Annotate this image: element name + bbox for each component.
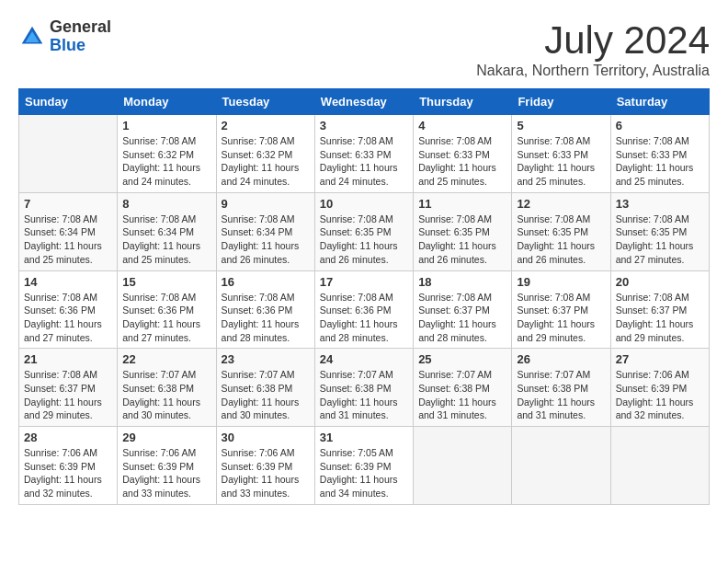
calendar-cell: 20Sunrise: 7:08 AM Sunset: 6:37 PM Dayli… xyxy=(610,270,709,349)
day-number: 29 xyxy=(122,431,210,444)
calendar-cell: 18Sunrise: 7:08 AM Sunset: 6:37 PM Dayli… xyxy=(414,270,512,349)
day-number: 31 xyxy=(320,431,408,444)
day-info: Sunrise: 7:08 AM Sunset: 6:35 PM Dayligh… xyxy=(616,213,704,267)
calendar: SundayMondayTuesdayWednesdayThursdayFrid… xyxy=(18,88,710,505)
calendar-cell: 12Sunrise: 7:08 AM Sunset: 6:35 PM Dayli… xyxy=(512,192,610,270)
day-info: Sunrise: 7:08 AM Sunset: 6:37 PM Dayligh… xyxy=(616,291,704,345)
calendar-cell: 5Sunrise: 7:08 AM Sunset: 6:33 PM Daylig… xyxy=(512,115,610,193)
calendar-cell: 24Sunrise: 7:07 AM Sunset: 6:38 PM Dayli… xyxy=(314,349,413,427)
day-info: Sunrise: 7:08 AM Sunset: 6:32 PM Dayligh… xyxy=(122,134,210,189)
calendar-body: 1Sunrise: 7:08 AM Sunset: 6:32 PM Daylig… xyxy=(19,115,710,505)
day-number: 7 xyxy=(24,197,112,211)
day-number: 26 xyxy=(517,352,605,366)
day-number: 16 xyxy=(222,275,310,289)
week-row-5: 28Sunrise: 7:06 AM Sunset: 6:39 PM Dayli… xyxy=(19,427,710,505)
day-number: 15 xyxy=(122,275,210,289)
day-info: Sunrise: 7:06 AM Sunset: 6:39 PM Dayligh… xyxy=(122,446,210,500)
day-number: 25 xyxy=(418,352,506,366)
day-info: Sunrise: 7:06 AM Sunset: 6:39 PM Dayligh… xyxy=(24,446,112,500)
day-info: Sunrise: 7:06 AM Sunset: 6:39 PM Dayligh… xyxy=(222,446,310,500)
day-number: 28 xyxy=(24,431,112,444)
calendar-cell: 14Sunrise: 7:08 AM Sunset: 6:36 PM Dayli… xyxy=(19,270,118,349)
calendar-cell: 11Sunrise: 7:08 AM Sunset: 6:35 PM Dayli… xyxy=(414,192,512,270)
day-info: Sunrise: 7:08 AM Sunset: 6:33 PM Dayligh… xyxy=(517,134,605,189)
calendar-cell: 26Sunrise: 7:07 AM Sunset: 6:38 PM Dayli… xyxy=(512,349,610,427)
day-info: Sunrise: 7:05 AM Sunset: 6:39 PM Dayligh… xyxy=(320,446,408,500)
day-info: Sunrise: 7:07 AM Sunset: 6:38 PM Dayligh… xyxy=(222,368,310,422)
day-number: 4 xyxy=(418,119,506,132)
day-number: 3 xyxy=(320,119,408,132)
week-row-2: 7Sunrise: 7:08 AM Sunset: 6:34 PM Daylig… xyxy=(19,192,710,270)
day-number: 19 xyxy=(517,275,605,289)
day-info: Sunrise: 7:08 AM Sunset: 6:36 PM Dayligh… xyxy=(222,291,310,345)
calendar-cell: 7Sunrise: 7:08 AM Sunset: 6:34 PM Daylig… xyxy=(19,192,118,270)
calendar-cell: 10Sunrise: 7:08 AM Sunset: 6:35 PM Dayli… xyxy=(314,192,413,270)
location-title: Nakara, Northern Territory, Australia xyxy=(476,63,710,79)
day-number: 17 xyxy=(320,275,408,289)
calendar-cell xyxy=(610,427,709,505)
day-number: 9 xyxy=(222,197,310,211)
calendar-cell: 27Sunrise: 7:06 AM Sunset: 6:39 PM Dayli… xyxy=(610,349,709,427)
day-info: Sunrise: 7:08 AM Sunset: 6:34 PM Dayligh… xyxy=(122,213,210,267)
day-info: Sunrise: 7:08 AM Sunset: 6:33 PM Dayligh… xyxy=(418,134,506,189)
calendar-header: SundayMondayTuesdayWednesdayThursdayFrid… xyxy=(19,89,710,115)
header-day-wednesday: Wednesday xyxy=(314,89,413,115)
day-number: 30 xyxy=(222,431,310,444)
day-number: 27 xyxy=(616,352,704,366)
calendar-cell: 31Sunrise: 7:05 AM Sunset: 6:39 PM Dayli… xyxy=(314,427,413,505)
calendar-cell: 29Sunrise: 7:06 AM Sunset: 6:39 PM Dayli… xyxy=(118,427,216,505)
month-title: July 2024 xyxy=(476,18,710,63)
day-number: 1 xyxy=(122,119,210,132)
day-info: Sunrise: 7:08 AM Sunset: 6:34 PM Dayligh… xyxy=(222,213,310,267)
day-info: Sunrise: 7:07 AM Sunset: 6:38 PM Dayligh… xyxy=(320,368,408,422)
logo: General Blue xyxy=(18,18,111,55)
calendar-cell: 4Sunrise: 7:08 AM Sunset: 6:33 PM Daylig… xyxy=(414,115,512,193)
calendar-cell: 1Sunrise: 7:08 AM Sunset: 6:32 PM Daylig… xyxy=(118,115,216,193)
day-number: 8 xyxy=(122,197,210,211)
day-number: 11 xyxy=(418,197,506,211)
day-info: Sunrise: 7:08 AM Sunset: 6:35 PM Dayligh… xyxy=(517,213,605,267)
day-info: Sunrise: 7:08 AM Sunset: 6:33 PM Dayligh… xyxy=(320,134,408,189)
day-number: 2 xyxy=(222,119,310,132)
calendar-cell: 17Sunrise: 7:08 AM Sunset: 6:36 PM Dayli… xyxy=(314,270,413,349)
day-info: Sunrise: 7:08 AM Sunset: 6:33 PM Dayligh… xyxy=(616,134,704,189)
calendar-cell: 9Sunrise: 7:08 AM Sunset: 6:34 PM Daylig… xyxy=(216,192,314,270)
day-number: 14 xyxy=(24,275,112,289)
calendar-cell: 3Sunrise: 7:08 AM Sunset: 6:33 PM Daylig… xyxy=(314,115,413,193)
logo-blue-text: Blue xyxy=(50,37,111,55)
calendar-cell: 23Sunrise: 7:07 AM Sunset: 6:38 PM Dayli… xyxy=(216,349,314,427)
day-number: 24 xyxy=(320,352,408,366)
header-day-monday: Monday xyxy=(118,89,216,115)
day-info: Sunrise: 7:08 AM Sunset: 6:37 PM Dayligh… xyxy=(24,368,112,422)
calendar-cell: 25Sunrise: 7:07 AM Sunset: 6:38 PM Dayli… xyxy=(414,349,512,427)
header-day-sunday: Sunday xyxy=(19,89,118,115)
day-info: Sunrise: 7:08 AM Sunset: 6:36 PM Dayligh… xyxy=(320,291,408,345)
logo-general-text: General xyxy=(50,18,111,37)
calendar-cell: 21Sunrise: 7:08 AM Sunset: 6:37 PM Dayli… xyxy=(19,349,118,427)
day-info: Sunrise: 7:07 AM Sunset: 6:38 PM Dayligh… xyxy=(418,368,506,422)
day-number: 18 xyxy=(418,275,506,289)
day-info: Sunrise: 7:07 AM Sunset: 6:38 PM Dayligh… xyxy=(122,368,210,422)
day-info: Sunrise: 7:08 AM Sunset: 6:34 PM Dayligh… xyxy=(24,213,112,267)
calendar-cell: 22Sunrise: 7:07 AM Sunset: 6:38 PM Dayli… xyxy=(118,349,216,427)
calendar-cell xyxy=(19,115,118,193)
header-day-thursday: Thursday xyxy=(414,89,512,115)
calendar-cell: 2Sunrise: 7:08 AM Sunset: 6:32 PM Daylig… xyxy=(216,115,314,193)
day-number: 10 xyxy=(320,197,408,211)
day-number: 20 xyxy=(616,275,704,289)
calendar-cell: 15Sunrise: 7:08 AM Sunset: 6:36 PM Dayli… xyxy=(118,270,216,349)
calendar-cell xyxy=(512,427,610,505)
day-number: 21 xyxy=(24,352,112,366)
day-info: Sunrise: 7:08 AM Sunset: 6:37 PM Dayligh… xyxy=(517,291,605,345)
calendar-cell: 28Sunrise: 7:06 AM Sunset: 6:39 PM Dayli… xyxy=(19,427,118,505)
calendar-cell: 6Sunrise: 7:08 AM Sunset: 6:33 PM Daylig… xyxy=(610,115,709,193)
title-area: July 2024 Nakara, Northern Territory, Au… xyxy=(476,18,710,79)
day-number: 13 xyxy=(616,197,704,211)
day-number: 22 xyxy=(122,352,210,366)
day-info: Sunrise: 7:07 AM Sunset: 6:38 PM Dayligh… xyxy=(517,368,605,422)
day-number: 12 xyxy=(517,197,605,211)
calendar-header-row: SundayMondayTuesdayWednesdayThursdayFrid… xyxy=(19,89,710,115)
day-info: Sunrise: 7:08 AM Sunset: 6:36 PM Dayligh… xyxy=(24,291,112,345)
day-info: Sunrise: 7:08 AM Sunset: 6:36 PM Dayligh… xyxy=(122,291,210,345)
header-day-tuesday: Tuesday xyxy=(216,89,314,115)
